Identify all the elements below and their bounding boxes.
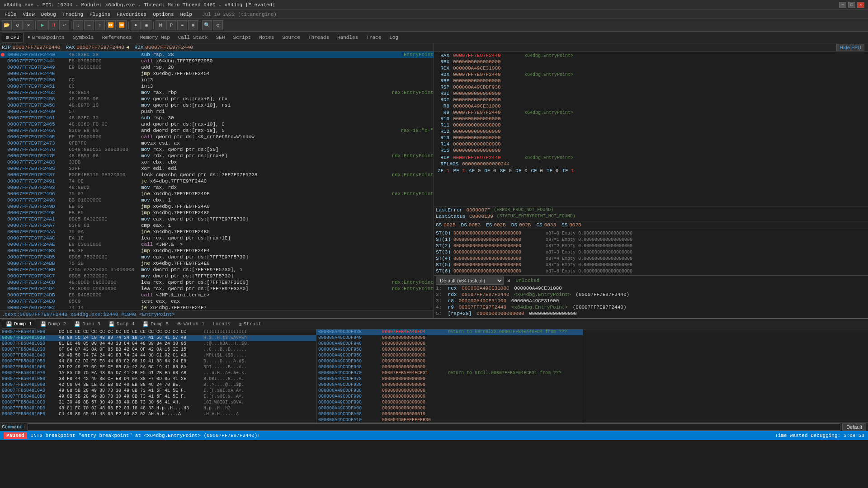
tb-run[interactable]: ▶ — [38, 20, 47, 30]
disasm-row[interactable]: 00007FF7E97F24DB E8 94050000 call <JMP.&… — [0, 292, 434, 298]
hide-fpu-button[interactable]: Hide FPU — [836, 44, 864, 51]
disasm-row[interactable]: 00007FF7E97F245C 48:8970 10 mov qword pt… — [0, 102, 434, 108]
disasm-row[interactable]: 00007FF7E97F2498 BB 01000000 mov ebx, 1 — [0, 197, 434, 203]
menu-view[interactable]: View — [20, 11, 37, 18]
disasm-row[interactable]: 00007FF7E97F2458 48:8958 08 mov qword pt… — [0, 96, 434, 102]
disasm-row[interactable]: 00007FF7E97F2487 F00F4FB115 98320000 loc… — [0, 172, 434, 178]
dump-row[interactable]: 00007FFB50481020 81 EC 40 05 00 04 48 33… — [0, 341, 316, 347]
disasm-row[interactable]: 00007FF7E97F2461 48:83EC 30 sub rsp, 30 — [0, 115, 434, 121]
disasm-row[interactable]: 00007FF7E97F24AA 75 0A jne x64dbg.7FF7E9… — [0, 229, 434, 235]
disasm-row[interactable]: 00007FF7E97F246A 8360 E8 00 and dword pt… — [0, 127, 434, 134]
tab-memmap[interactable]: Memory Map — [136, 33, 174, 42]
tab-references[interactable]: References — [98, 33, 136, 42]
disasm-row[interactable]: 00007FF7E97F24A7 83F8 01 cmp eax, 1 — [0, 222, 434, 229]
tb-pause[interactable]: ⏸ — [48, 20, 58, 30]
disasm-row[interactable]: 00007FF7E97F24AE E8 C3030000 call <JMP.&… — [0, 241, 434, 248]
disasm-row[interactable]: 00007FF7E97F24BD C705 67320000 01000000 … — [0, 267, 434, 273]
tab-log[interactable]: Log — [385, 33, 402, 42]
stack-row[interactable]: 000000A49CDDF970 00007FFB5F04FCF31 retur… — [316, 371, 583, 376]
disasm-row[interactable]: 00007FF7E97F24CD 48:8D0D C9000000 lea rc… — [0, 279, 434, 286]
disasm-row[interactable]: 00007FF7E97F24A1 8B05 8A320000 mov eax, … — [0, 216, 434, 222]
disasm-row[interactable]: 00007FF7E97F24E0 85C0 test eax, eax — [0, 298, 434, 305]
dump-row[interactable]: 00007FFB50481070 1A 85 C0 75 EA 48 85 D7… — [0, 371, 316, 376]
close-button[interactable]: ✕ — [857, 2, 864, 8]
tab-watch1[interactable]: 👁 Watch 1 — [173, 319, 208, 329]
tab-dump4[interactable]: 💾 Dump 4 — [104, 319, 139, 329]
disasm-row[interactable]: 00007FF7E97F24B3 EB 3F jmp x64dbg.7FF7E9… — [0, 248, 434, 254]
tab-trace[interactable]: Trace — [362, 33, 385, 42]
menu-tracing[interactable]: Tracing — [60, 11, 86, 18]
tab-notes[interactable]: Notes — [255, 33, 278, 42]
maximize-button[interactable]: □ — [848, 2, 855, 8]
disasm-view[interactable]: 00007FF7E97F2440 48:83EC 28 sub rsp, 28 … — [0, 52, 434, 310]
tab-cpu[interactable]: ⊞ CPU — [2, 33, 24, 42]
disasm-row[interactable]: 00007FF7E97F24C7 8B05 63320000 mov dword… — [0, 273, 434, 279]
tab-seh[interactable]: SEH — [212, 33, 229, 42]
tb-stepover[interactable]: → — [84, 20, 94, 30]
tb-hw-bp[interactable]: ◉ — [142, 20, 151, 30]
tb-calc[interactable]: = — [177, 20, 187, 30]
dump-row[interactable]: 00007FFB50481010 48 89 5C 24 10 48 89 74… — [0, 335, 316, 341]
disasm-row[interactable]: 00007FF7E97F249D EB 02 jmp x64dbg.7FF7E9… — [0, 203, 434, 210]
tb-animate[interactable]: ⏩ — [106, 20, 116, 30]
menu-debug[interactable]: Debug — [38, 11, 59, 18]
disasm-row[interactable]: 00007FF7E97F2476 6548:8B0C25 30000000 mo… — [0, 146, 434, 153]
disasm-row[interactable]: 00007FF7E97F247F 48:8B51 08 mov rdx, qwo… — [0, 153, 434, 159]
tab-breakpoints[interactable]: ● Breakpoints — [24, 33, 69, 42]
disasm-row[interactable]: 00007FF7E97F2444 E8 07050000 call x64dbg… — [0, 58, 434, 64]
menu-help[interactable]: Help — [178, 11, 195, 18]
disasm-row[interactable]: 00007FF7E97F24BB 75 2B jne x64dbg.7FF7E9… — [0, 260, 434, 267]
stack-row[interactable]: 000000A49CDDF978 0000000000000000 — [316, 376, 583, 382]
dump-row[interactable]: 00007FFB504810B0 49 8B 5B 28 49 8B 73 30… — [0, 394, 316, 400]
dump-row[interactable]: 00007FFB504810D0 48 81 EC 70 02 48 05 E2… — [0, 406, 316, 412]
tab-symbols[interactable]: Symbols — [69, 33, 98, 42]
dump-row[interactable]: 00007FFB504810E0 C4 48 89 65 01 48 05 E2… — [0, 412, 316, 418]
tb-log[interactable]: # — [188, 20, 198, 30]
disasm-row[interactable]: 00007FF7E97F24AC EA 1E lea rcx, qword pt… — [0, 235, 434, 241]
stack-row[interactable]: 000000A49CDDF948 0000000000000000 — [316, 341, 583, 347]
stack-row[interactable]: 000000A49CDDFA08 0000000000000019 — [316, 412, 583, 418]
disasm-row[interactable]: 00007FF7E97F2451 CC int3 — [0, 83, 434, 89]
tb-back[interactable]: ⏪ — [117, 20, 127, 30]
stack-row[interactable]: 000000A49CDDFA10 000004D0FFFFFFFB30 — [316, 418, 583, 423]
stack-row[interactable]: 000000A49CDDF938 00007FFB4EA46FD4 return… — [316, 329, 583, 335]
tb-stepinto[interactable]: ↓ — [73, 20, 83, 30]
tb-search[interactable]: 🔍 — [202, 20, 212, 30]
dump-row[interactable]: 00007FFB50481040 A0 4D 50 74 74 24 4C 83… — [0, 353, 316, 359]
menu-favourites[interactable]: Favourites — [114, 11, 149, 18]
tab-script[interactable]: Script — [229, 33, 255, 42]
dump-row[interactable]: 00007FFB50481030 OF 84 07 43 0A OF 85 BB… — [0, 347, 316, 353]
tb-restart2[interactable]: ↩ — [59, 20, 69, 30]
menu-options[interactable]: Options — [150, 11, 176, 18]
tab-dump2[interactable]: 💾 Dump 2 — [36, 319, 71, 329]
cmd-default-button[interactable]: Default — [842, 423, 866, 431]
disasm-row[interactable]: 00007FF7E97F2485 33FF xor edi, edi — [0, 165, 434, 172]
dump-row[interactable]: 00007FFB504810A0 49 88 5B 28 49 88 73 30… — [0, 388, 316, 394]
disasm-row[interactable]: 00007FF7E97F2491 74 0E je x64dbg.7FF7E97… — [0, 178, 434, 184]
disasm-row[interactable]: 00007FF7E97F2449 E9 02000000 add rsp, 28 — [0, 64, 434, 70]
stack-row[interactable]: 000000A49CDDF980 0000000000000000 — [316, 382, 583, 388]
disasm-row[interactable]: 00007FF7E97F249F EB E5 jmp x64dbg.7FF7E9… — [0, 210, 434, 216]
tb-patch[interactable]: P — [166, 20, 176, 30]
tb-close[interactable]: ✕ — [24, 20, 33, 30]
stack-row[interactable]: 000000A49CDDF958 0000000000000000 — [316, 353, 583, 359]
disasm-row[interactable]: 00007FF7E97F2440 48:83EC 28 sub rsp, 28 … — [0, 52, 434, 58]
tab-source[interactable]: Source — [278, 33, 304, 42]
tab-handles[interactable]: Handles — [333, 33, 362, 42]
disasm-row[interactable]: 00007FF7E97F244E jmp x64dbg.7FF7E97F2454 — [0, 70, 434, 77]
disasm-row[interactable]: 00007FF7E97F24E2 74 14 je x64dbg.7FF7E97… — [0, 305, 434, 310]
tab-threads[interactable]: Threads — [304, 33, 333, 42]
disasm-row[interactable]: 00007FF7E97F2483 33DB xor ebx, ebx — [0, 159, 434, 165]
dump-row[interactable]: 00007FFB50481050 44 88 C2 D2 E8 E8 44 88… — [0, 359, 316, 365]
tab-locals[interactable]: Locals — [208, 319, 235, 329]
tb-restart[interactable]: ↺ — [13, 20, 23, 30]
tab-struct[interactable]: ⊞ Struct — [235, 319, 265, 329]
stack-row[interactable]: 000000A49CDDF968 0000000000000000 — [316, 365, 583, 371]
disasm-row[interactable]: 00007FF7E97F2465 48:8360 FD 00 and qword… — [0, 121, 434, 127]
stack-row[interactable]: 000000A49CDDF950 0000000000000000 — [316, 347, 583, 353]
menu-plugins[interactable]: Plugins — [87, 11, 113, 18]
dump-row[interactable]: 00007FFB50481000 CC CC CC CC CC CC CC CC… — [0, 329, 316, 335]
stack-row[interactable]: 000000A49CDDF998 0000000000000000 — [316, 400, 583, 406]
disasm-row[interactable]: 00007FF7E97F2452 48:8BC4 mov rax, rbp ra… — [0, 89, 434, 96]
dump-row[interactable]: 00007FFB50481080 38 F0 44 42 49 8B CF E8… — [0, 376, 316, 382]
